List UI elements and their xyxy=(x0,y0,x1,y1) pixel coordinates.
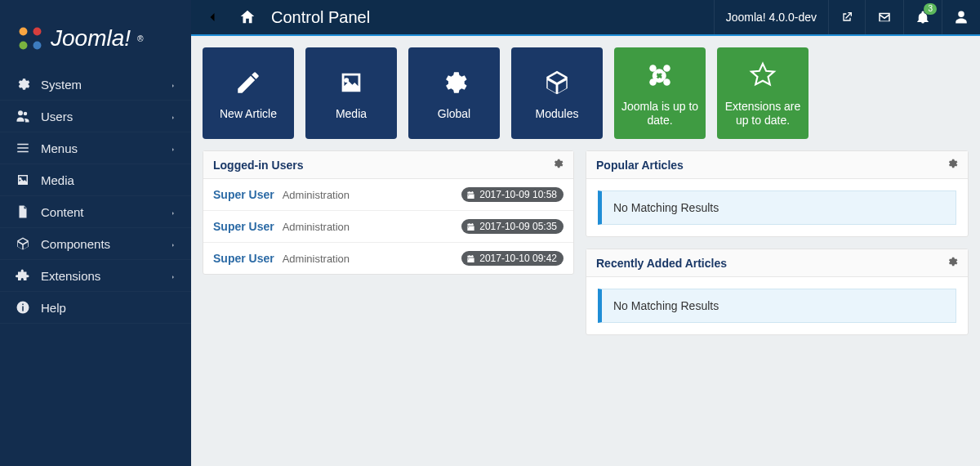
sidebar-item-menus[interactable]: Menus xyxy=(0,132,191,164)
messages-button[interactable] xyxy=(865,0,903,34)
sidebar-item-media[interactable]: Media xyxy=(0,164,191,196)
svg-point-9 xyxy=(20,42,28,50)
brand-label: Joomla! xyxy=(51,25,131,52)
version-label[interactable]: Joomla! 4.0.0-dev xyxy=(714,0,828,34)
back-button[interactable] xyxy=(201,9,224,25)
tile-label: Media xyxy=(336,107,367,120)
users-icon xyxy=(15,108,31,124)
sidebar-item-label: Components xyxy=(41,237,110,251)
timestamp-badge: 2017-10-10 09:42 xyxy=(461,251,564,266)
logged-in-users-panel: Logged-in Users Super UserAdministration… xyxy=(203,150,574,275)
timestamp-badge: 2017-10-09 10:58 xyxy=(461,187,564,202)
gear-icon xyxy=(15,76,31,92)
sidebar-item-content[interactable]: Content xyxy=(0,196,191,228)
sidebar-item-components[interactable]: Components xyxy=(0,228,191,260)
brand-registered: ® xyxy=(137,34,143,43)
tile-label: Extensions are up to date. xyxy=(724,100,802,128)
panel-title: Popular Articles xyxy=(596,159,684,172)
sidebar-item-extensions[interactable]: Extensions xyxy=(0,260,191,292)
chevron-right-icon xyxy=(170,141,176,155)
tile-label: New Article xyxy=(220,107,277,120)
user-area: Administration xyxy=(283,221,462,233)
joomla-logo-icon xyxy=(16,25,44,52)
tile-modules[interactable]: Modules xyxy=(511,47,603,139)
chevron-right-icon xyxy=(170,110,176,123)
chevron-right-icon xyxy=(170,237,176,251)
sidebar-item-system[interactable]: System xyxy=(0,69,191,101)
tile-label: Joomla is up to date. xyxy=(621,100,699,128)
chevron-right-icon xyxy=(170,78,176,92)
sidebar-item-label: Content xyxy=(41,205,84,219)
svg-point-7 xyxy=(20,28,28,36)
panel-settings-button[interactable] xyxy=(552,158,564,172)
tile-extensions-are-up-to-date[interactable]: Extensions are up to date. xyxy=(717,47,808,139)
tile-label: Global xyxy=(438,107,470,120)
svg-point-10 xyxy=(33,42,42,50)
gear-icon xyxy=(440,66,468,99)
panel-settings-button[interactable] xyxy=(947,256,958,270)
sidebar-item-label: Menus xyxy=(41,141,78,155)
sidebar-item-help[interactable]: Help xyxy=(0,292,191,324)
user-area: Administration xyxy=(283,189,462,201)
chevron-right-icon xyxy=(170,269,176,283)
sidebar-item-label: Media xyxy=(41,173,74,187)
panel-title: Recently Added Articles xyxy=(596,257,727,270)
recently-added-articles-panel: Recently Added Articles No Matching Resu… xyxy=(586,249,969,335)
panel-title: Logged-in Users xyxy=(213,159,303,172)
sidebar-item-label: System xyxy=(41,78,82,92)
sidebar: Joomla!® SystemUsersMenusMediaContentCom… xyxy=(0,0,191,466)
notifications-button[interactable]: 3 xyxy=(903,0,942,34)
topbar: Control Panel Joomla! 4.0.0-dev 3 xyxy=(191,0,980,36)
tile-label: Modules xyxy=(536,107,579,120)
tile-new-article[interactable]: New Article xyxy=(203,47,294,139)
home-icon[interactable] xyxy=(235,8,260,26)
page-title: Control Panel xyxy=(271,8,370,27)
panel-settings-button[interactable] xyxy=(947,158,958,172)
tile-global[interactable]: Global xyxy=(408,47,500,139)
user-link[interactable]: Super User xyxy=(213,220,274,233)
joomla-icon xyxy=(646,59,674,92)
popular-articles-panel: Popular Articles No Matching Results xyxy=(586,150,969,237)
quick-tiles: New ArticleMediaGlobalModulesJoomla is u… xyxy=(203,47,969,139)
logged-in-user-row: Super UserAdministration2017-10-10 09:42 xyxy=(203,242,573,274)
image-icon xyxy=(337,66,365,99)
menu-icon xyxy=(15,140,31,156)
timestamp-badge: 2017-10-09 05:35 xyxy=(461,219,564,234)
star-icon xyxy=(749,59,777,92)
empty-notice: No Matching Results xyxy=(598,190,956,225)
cube-icon xyxy=(15,235,31,252)
user-link[interactable]: Super User xyxy=(213,188,274,201)
file-icon xyxy=(15,204,31,220)
logged-in-user-row: Super UserAdministration2017-10-09 05:35 xyxy=(203,210,573,242)
sidebar-item-label: Help xyxy=(41,301,66,315)
chevron-right-icon xyxy=(170,205,176,219)
content: New ArticleMediaGlobalModulesJoomla is u… xyxy=(191,36,980,466)
tile-media[interactable]: Media xyxy=(305,47,397,139)
user-area: Administration xyxy=(283,253,462,265)
brand[interactable]: Joomla!® xyxy=(0,0,191,69)
info-icon xyxy=(15,299,31,316)
main-area: Control Panel Joomla! 4.0.0-dev 3 New Ar… xyxy=(191,0,980,466)
logged-in-user-row: Super UserAdministration2017-10-09 10:58 xyxy=(203,179,573,210)
sidebar-item-label: Users xyxy=(41,110,73,123)
image-icon xyxy=(15,172,31,188)
svg-point-8 xyxy=(33,28,42,36)
pencil-icon xyxy=(234,66,262,99)
empty-notice: No Matching Results xyxy=(598,289,956,323)
sidebar-item-users[interactable]: Users xyxy=(0,101,191,132)
user-menu-button[interactable] xyxy=(942,0,980,34)
open-frontend-button[interactable] xyxy=(828,0,865,34)
tile-joomla-is-up-to-date[interactable]: Joomla is up to date. xyxy=(614,47,706,139)
sidebar-item-label: Extensions xyxy=(41,269,100,283)
user-link[interactable]: Super User xyxy=(213,252,274,265)
sidebar-nav: SystemUsersMenusMediaContentComponentsEx… xyxy=(0,69,191,324)
cube-icon xyxy=(543,66,571,99)
notification-badge: 3 xyxy=(924,3,937,15)
puzzle-icon xyxy=(15,267,31,284)
